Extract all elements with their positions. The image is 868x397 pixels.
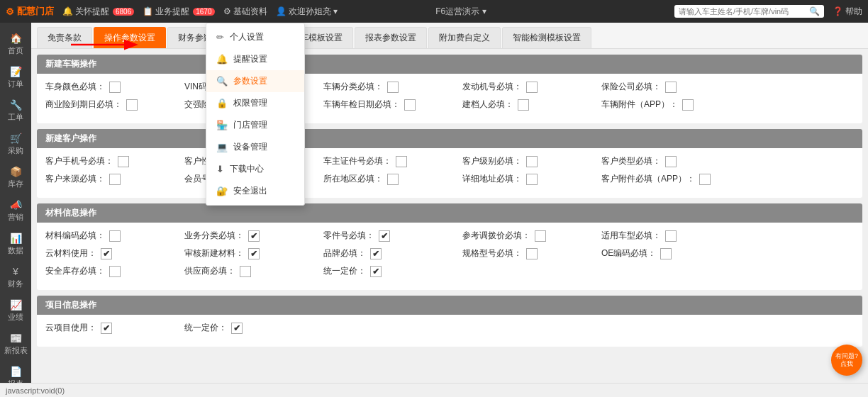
dropdown-logout-label: 安全退出 [233,185,267,197]
field-color-checkbox[interactable] [109,82,121,93]
field-part-no-label: 零件号必填： [323,230,374,242]
field-customer-level-label: 客户级别必填： [462,155,522,167]
nav-user[interactable]: 👤 欢迎孙姐亮 ▾ [276,6,338,18]
sidebar-item-order[interactable]: 📝 订单 [0,62,31,94]
dropdown-reminder-settings[interactable]: 🔔 提醒设置 [206,48,304,70]
field-customer-attachment-checkbox[interactable] [699,174,711,185]
sidebar-item-inventory[interactable]: 📦 库存 [0,162,31,194]
field-customer-level-checkbox[interactable] [526,156,538,167]
field-cloud-project: 云项目使用： [45,322,173,334]
field-id-card-label: 车主证件号必填： [323,155,391,167]
field-mat-code-checkbox[interactable] [109,230,121,242]
field-cloud-material: 云材料使用： [45,247,173,259]
field-supplier-checkbox[interactable] [240,266,251,277]
field-brand-checkbox[interactable] [370,248,382,259]
section-project-info: 项目信息操作 云项目使用： 统一定价： [37,296,862,347]
sidebar-item-marketing[interactable]: 📣 营销 [0,195,31,227]
field-part-no-checkbox[interactable] [379,230,390,242]
field-oe-code-checkbox[interactable] [660,248,672,259]
field-review-material: 审核新建材料： [184,247,312,259]
field-engine-checkbox[interactable] [526,82,538,93]
nav-reminders[interactable]: 🔔 关怀提醒 6806 [62,6,134,18]
field-unified-price-checkbox[interactable] [370,266,382,277]
field-spec-model-label: 规格型号必填： [462,247,522,259]
search-bar[interactable]: 🔍 [674,5,824,18]
field-oe-code: OE编码必填： [601,247,729,259]
field-safe-stock-checkbox[interactable] [109,266,121,277]
tab-exemption[interactable]: 免责条款 [37,27,92,48]
bell-icon: 🔔 [62,6,73,16]
field-project-unified-price-checkbox[interactable] [231,323,243,334]
tabs-bar: 免责条款 操作参数设置 财务参数设置 设置 查车模板设置 报表参数设置 附加费自… [31,23,868,49]
field-creator-checkbox[interactable] [518,99,529,111]
sidebar-item-newreport[interactable]: 📰 新报表 [0,328,31,360]
tab-operation-params[interactable]: 操作参数设置 [94,27,166,48]
field-cloud-project-checkbox[interactable] [101,323,112,334]
help-bubble[interactable]: 有问题? 点我 [831,345,862,376]
dropdown-device-mgmt[interactable]: 💻 设备管理 [206,136,304,158]
tab-report-params[interactable]: 报表参数设置 [355,27,427,48]
field-region-checkbox[interactable] [387,174,399,185]
logout-icon: 🔐 [216,186,228,196]
dropdown-personal-settings[interactable]: ✏ 个人设置 [206,26,304,48]
sidebar-item-finance[interactable]: ¥ 财务 [0,262,31,293]
field-commercial-expire-checkbox[interactable] [126,99,138,111]
dropdown-logout[interactable]: 🔐 安全退出 [206,180,304,202]
search-icon[interactable]: 🔍 [809,6,820,16]
business-badge: 1670 [193,8,214,16]
field-annual-check-checkbox[interactable] [404,99,416,111]
tab-smart-detect[interactable]: 智能检测模板设置 [502,27,591,48]
field-vehicle-type-checkbox[interactable] [387,82,399,93]
field-address-label: 详细地址必填： [462,173,522,185]
sidebar-newreport-label: 新报表 [4,345,28,356]
sidebar-item-data[interactable]: 📊 数据 [0,228,31,260]
dropdown-permission[interactable]: 🔒 权限管理 [206,92,304,114]
field-review-material-checkbox[interactable] [248,248,260,259]
user-label: 欢迎孙姐亮 [289,6,331,18]
field-project-unified-price-label: 统一定价： [184,322,227,334]
field-ref-price: 参考调拨价必填： [462,230,590,242]
dropdown-device-label: 设备管理 [233,141,267,153]
field-biz-category-checkbox[interactable] [248,230,260,242]
settings-icon: ⚙ [223,6,231,16]
field-customer-type-checkbox[interactable] [665,156,677,167]
sidebar-item-workorder[interactable]: 🔧 工单 [0,95,31,127]
nav-center-label: F6运营演示 ▾ [435,6,486,18]
dropdown-download[interactable]: ⬇ 下载中心 [206,158,304,180]
field-safe-stock-label: 安全库存必填： [45,265,105,277]
field-ref-price-checkbox[interactable] [535,230,546,242]
chevron-down-icon: ▾ [333,6,338,16]
sidebar-item-purchase[interactable]: 🛒 采购 [0,128,31,160]
field-id-card-checkbox[interactable] [396,156,407,167]
help-button[interactable]: ❓ 帮助 [833,6,862,18]
field-id-card: 车主证件号必填： [323,155,451,167]
sidebar-purchase-label: 采购 [8,145,23,156]
finance-icon: ¥ [13,266,18,277]
field-phone-checkbox[interactable] [118,156,129,167]
field-insurance-co: 保险公司必填： [601,81,729,93]
field-spec-model-checkbox[interactable] [526,248,538,259]
field-address-checkbox[interactable] [526,174,538,185]
sidebar-item-performance[interactable]: 📈 业绩 [0,295,31,327]
section-project-info-header: 项目信息操作 [37,296,862,315]
field-biz-category: 业务分类必填： [184,230,312,242]
field-applicable-model-checkbox[interactable] [665,230,677,242]
sidebar-item-home[interactable]: 🏠 首页 [0,28,31,60]
field-part-no: 零件号必填： [323,230,451,242]
order-icon: 📝 [10,66,22,77]
field-cloud-material-checkbox[interactable] [101,248,112,259]
params-icon: 🔍 [216,76,228,86]
dropdown-store-mgmt[interactable]: 🏪 门店管理 [206,114,304,136]
field-insurance-co-checkbox[interactable] [665,82,677,93]
search-input[interactable] [679,7,806,16]
tab-addon-fee[interactable]: 附加费自定义 [428,27,501,48]
field-vehicle-attachment-checkbox[interactable] [682,99,694,111]
nav-business[interactable]: 📋 业务提醒 1670 [143,6,214,18]
reminder-icon: 🔔 [216,54,228,65]
sidebar-inventory-label: 库存 [8,179,23,189]
nav-base-data[interactable]: ⚙ 基础资料 [223,6,267,18]
nav-center-arrow: ▾ [482,6,486,16]
field-biz-category-label: 业务分类必填： [184,230,244,242]
field-customer-source-checkbox[interactable] [109,174,121,185]
dropdown-params-settings[interactable]: 🔍 参数设置 [206,70,304,92]
